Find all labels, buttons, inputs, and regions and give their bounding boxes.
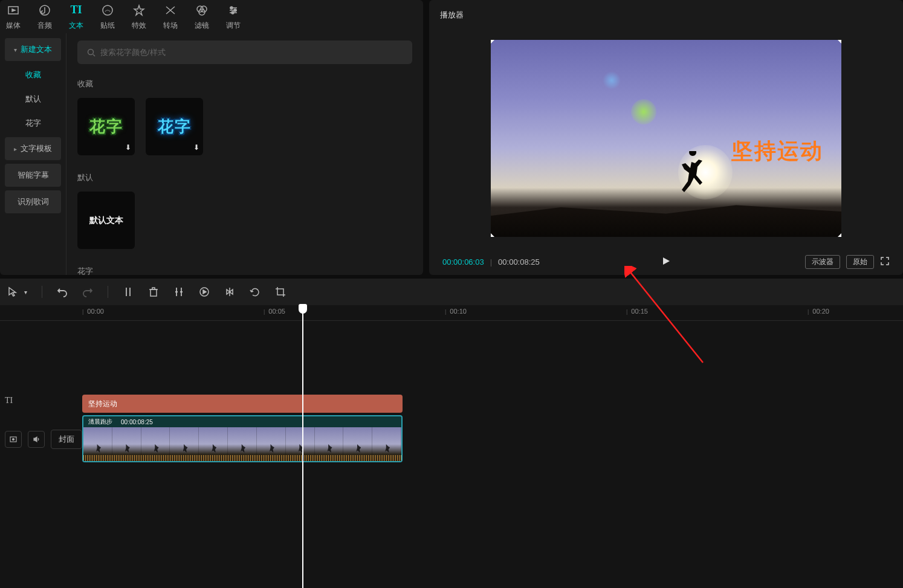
tab-label: 转场 (163, 21, 178, 31)
ruler-tick: 00:15 (626, 308, 648, 315)
lens-flare (631, 99, 656, 124)
time-separator: | (490, 257, 492, 267)
ruler-tick: 00:00 (82, 308, 104, 315)
speed-tool[interactable] (199, 286, 210, 297)
tab-label: 贴纸 (100, 21, 115, 31)
cover-button[interactable]: 封面 (51, 430, 82, 449)
tab-label: 媒体 (6, 21, 21, 31)
tab-bar: 媒体 音频 TI 文本 贴纸 特效 转场 (0, 0, 423, 33)
sidebar: 新建文本 收藏 默认 花字 文字模板 智能字幕 识别歌词 (0, 33, 66, 275)
tab-sticker[interactable]: 贴纸 (100, 3, 115, 31)
playhead[interactable] (302, 305, 303, 588)
clip-label: 坚持运动 (88, 399, 117, 409)
audio-wave (83, 455, 401, 461)
time-total: 00:00:08:25 (498, 257, 540, 267)
ruler-tick: 00:05 (264, 308, 285, 315)
sidebar-item-lyrics[interactable]: 识别歌词 (5, 190, 61, 213)
transition-icon (163, 3, 178, 18)
pointer-tool[interactable] (7, 286, 18, 297)
audio-icon (37, 3, 52, 18)
selection-handle[interactable] (837, 232, 841, 237)
delete-tool[interactable] (148, 286, 159, 297)
tab-adjust[interactable]: 调节 (226, 3, 241, 31)
section-default-title: 默认 (77, 172, 412, 183)
overlay-text[interactable]: 坚持运动 (731, 137, 823, 166)
sidebar-item-favorites[interactable]: 收藏 (5, 65, 61, 85)
tab-audio[interactable]: 音频 (37, 3, 52, 31)
selection-handle[interactable] (491, 40, 496, 45)
adjust-icon (226, 3, 241, 18)
track-visibility-toggle[interactable] (5, 431, 22, 448)
content-area: 收藏 花字 ⬇ 花字 ⬇ 默认 默认文本 花 (66, 33, 423, 275)
tab-media[interactable]: 媒体 (6, 3, 21, 31)
tab-label: 特效 (132, 21, 146, 31)
tab-effects[interactable]: 特效 (132, 3, 146, 31)
play-button[interactable] (661, 256, 671, 268)
svg-point-6 (230, 7, 233, 9)
rotate-tool[interactable] (250, 286, 261, 297)
runner-silhouette (676, 151, 712, 199)
clip-name: 清晨跑步 (88, 418, 112, 426)
text-style-thumb-green[interactable]: 花字 ⬇ (77, 98, 135, 155)
original-button[interactable]: 原始 (846, 255, 874, 269)
svg-point-8 (231, 11, 234, 14)
section-favorites-title: 收藏 (77, 79, 412, 89)
tab-label: 文本 (69, 21, 83, 31)
sidebar-item-default[interactable]: 默认 (5, 89, 61, 109)
video-preview[interactable]: 坚持运动 (491, 40, 841, 237)
svg-rect-10 (150, 289, 157, 296)
crop-frame-tool[interactable] (275, 286, 286, 297)
svg-point-7 (234, 9, 236, 11)
tab-label: 音频 (37, 21, 52, 31)
scope-button[interactable]: 示波器 (805, 255, 840, 269)
time-current: 00:00:06:03 (442, 257, 484, 267)
text-clip[interactable]: 坚持运动 (82, 395, 403, 413)
thumb-preview-text: 花字 (89, 116, 123, 137)
left-panel: 媒体 音频 TI 文本 贴纸 特效 转场 (0, 0, 423, 275)
media-icon (6, 3, 21, 18)
player-panel: 播放器 坚持运动 00:00:06:03 | 00:00:08:25 (429, 0, 903, 275)
default-text-thumb[interactable]: 默认文本 (77, 192, 135, 249)
tab-text[interactable]: TI 文本 (69, 3, 83, 31)
undo-button[interactable] (57, 286, 68, 297)
filter-icon (195, 3, 209, 18)
ground-silhouette (491, 195, 841, 237)
redo-button[interactable] (82, 286, 93, 297)
download-icon[interactable]: ⬇ (193, 143, 199, 152)
search-box[interactable] (77, 40, 412, 64)
mirror-tool[interactable] (224, 286, 235, 297)
text-style-thumb-blue[interactable]: 花字 ⬇ (146, 98, 203, 155)
svg-point-13 (13, 439, 15, 441)
crop-tool[interactable] (173, 286, 184, 297)
selection-handle[interactable] (837, 40, 841, 45)
svg-point-9 (88, 49, 94, 54)
tab-label: 调节 (226, 21, 241, 31)
video-clip[interactable]: 清晨跑步 00:00:08:25 (82, 415, 403, 462)
sidebar-item-text-templates[interactable]: 文字模板 (5, 137, 61, 160)
pointer-dropdown[interactable]: ▾ (24, 289, 27, 296)
ruler-tick: 00:10 (445, 308, 467, 315)
download-icon[interactable]: ⬇ (125, 143, 131, 152)
ruler[interactable]: 00:00 00:05 00:10 00:15 00:20 (0, 305, 903, 321)
search-icon (87, 48, 95, 57)
effects-icon (132, 3, 146, 18)
sidebar-item-smart-subs[interactable]: 智能字幕 (5, 164, 61, 187)
split-tool[interactable] (123, 286, 134, 297)
timeline-toolbar: ▾ (0, 279, 903, 305)
preview-area[interactable]: 坚持运动 (440, 28, 892, 249)
track-mute-toggle[interactable] (28, 431, 45, 448)
text-icon: TI (69, 3, 83, 18)
tab-filter[interactable]: 滤镜 (195, 3, 209, 31)
sidebar-item-new-text[interactable]: 新建文本 (5, 38, 61, 61)
lens-flare (603, 71, 621, 89)
thumb-preview-text: 默认文本 (89, 215, 123, 226)
timeline[interactable]: 00:00 00:05 00:10 00:15 00:20 TI 坚持运动 封面… (0, 305, 903, 588)
player-title: 播放器 (440, 10, 892, 21)
fullscreen-icon[interactable] (880, 256, 890, 268)
search-input[interactable] (100, 48, 403, 57)
sidebar-item-huazi[interactable]: 花字 (5, 113, 61, 134)
tab-transition[interactable]: 转场 (163, 3, 178, 31)
text-track-icon: TI (5, 396, 13, 405)
selection-handle[interactable] (491, 232, 496, 237)
section-huazi-title: 花字 (77, 266, 412, 275)
